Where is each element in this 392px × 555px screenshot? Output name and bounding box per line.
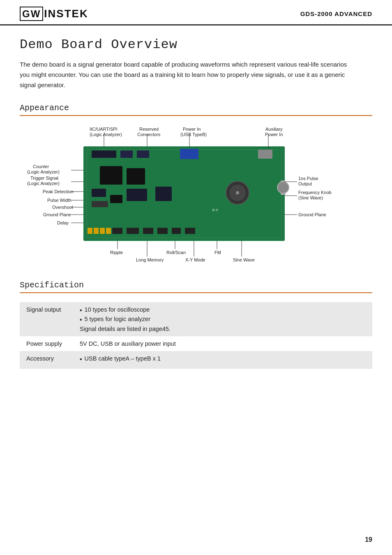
spec-label-signal-output: Signal output [20,302,73,336]
svg-rect-14 [110,195,122,203]
page-number: 19 [365,536,372,543]
svg-rect-2 [92,150,116,158]
specification-section: Specification Signal output 10 types for… [20,280,372,369]
svg-text:Power In: Power In [183,127,201,132]
svg-rect-21 [112,228,122,234]
appearance-section: Appearance [20,103,372,265]
spec-label-accessory: Accessory [20,351,73,369]
svg-text:X-Y Mode: X-Y Mode [185,257,205,262]
header-title: GDS-2000 ADVANCED [300,10,372,17]
diagram-svg: X-Y IIC/UART/SPI (Logic Analyzer) Reserv… [20,125,373,265]
logo-instek: INSTEK [44,7,88,20]
specification-table: Signal output 10 types for oscilloscope … [20,302,372,369]
svg-text:Output: Output [298,181,312,186]
spec-value-accessory: USB cable typeA – typeB x 1 [73,351,372,369]
spec-note-signal: Signal details are listed in page45. [80,326,366,332]
svg-text:Trigger Signal: Trigger Signal [30,176,58,180]
intro-paragraph: The demo board is a signal generator boa… [20,60,357,90]
svg-rect-22 [127,228,139,234]
svg-text:FM: FM [214,250,221,255]
svg-rect-23 [143,228,153,234]
svg-text:(Logic Analyzer): (Logic Analyzer) [27,181,60,186]
svg-text:Long Memory: Long Memory [136,257,164,262]
svg-text:(Logic Analyzer): (Logic Analyzer) [27,169,60,174]
logo-gw: GW [20,7,43,21]
svg-rect-15 [127,189,147,201]
svg-text:(USB TypeB): (USB TypeB) [180,132,207,137]
spec-bullet-accessory: USB cable typeA – typeB x 1 [80,355,366,363]
svg-text:X-Y: X-Y [212,208,218,212]
svg-rect-25 [172,228,181,234]
svg-text:Power In: Power In [265,132,283,137]
svg-rect-26 [185,228,195,234]
svg-rect-28 [281,180,286,195]
spec-row-power-supply: Power supply 5V DC, USB or auxiliary pow… [20,336,372,351]
svg-rect-17 [88,228,92,234]
spec-bullet-2: 5 types for logic analyzer [80,316,366,324]
svg-text:Ripple: Ripple [110,250,123,255]
svg-text:Sine Wave: Sine Wave [233,257,255,262]
svg-text:(Logic Analyzer): (Logic Analyzer) [90,132,122,137]
svg-rect-24 [157,228,168,234]
svg-rect-19 [100,228,105,234]
svg-rect-1 [87,150,281,238]
svg-point-29 [277,182,289,193]
svg-point-10 [229,185,246,201]
appearance-diagram: X-Y IIC/UART/SPI (Logic Analyzer) Reserv… [20,125,373,265]
svg-rect-3 [120,150,133,158]
svg-rect-0 [83,146,285,241]
svg-text:Connectors: Connectors [137,132,161,137]
svg-point-9 [226,181,249,204]
svg-text:Counter: Counter [33,164,49,169]
spec-value-signal-output: 10 types for oscilloscope 5 types for lo… [73,302,372,336]
svg-text:Peak Detection: Peak Detection [43,189,74,194]
svg-text:Pulse Width: Pulse Width [47,198,71,203]
svg-text:Frequency Knob: Frequency Knob [298,190,332,195]
svg-rect-6 [258,150,272,159]
svg-point-11 [236,191,239,194]
svg-rect-5 [180,149,198,159]
svg-text:(Sine Wave): (Sine Wave) [298,195,323,200]
svg-rect-4 [137,150,149,158]
svg-text:IIC/UART/SPI: IIC/UART/SPI [90,127,118,132]
svg-rect-7 [100,166,122,185]
main-content: Demo Board Overview The demo board is a … [0,25,392,398]
svg-rect-16 [155,187,172,201]
svg-text:Ground Plane: Ground Plane [43,212,71,217]
svg-text:Ground Plane: Ground Plane [298,212,326,217]
specification-heading: Specification [20,280,372,290]
svg-rect-8 [127,168,145,185]
svg-text:Reserved: Reserved [139,127,159,132]
appearance-heading: Appearance [20,103,372,113]
svg-text:Delay: Delay [57,220,69,225]
spec-row-signal-output: Signal output 10 types for oscilloscope … [20,302,372,336]
svg-text:1ns Pulse: 1ns Pulse [298,176,318,181]
svg-text:Overshoot: Overshoot [52,205,73,210]
svg-rect-20 [106,228,111,234]
page-title: Demo Board Overview [20,37,372,52]
spec-row-accessory: Accessory USB cable typeA – typeB x 1 [20,351,372,369]
spec-bullet-1: 10 types for oscilloscope [80,306,366,314]
spec-value-power-supply: 5V DC, USB or auxiliary power input [73,336,372,351]
logo: GWINSTEK [20,7,88,20]
spec-label-power-supply: Power supply [20,336,73,351]
svg-rect-18 [94,228,99,234]
svg-rect-12 [92,189,106,197]
svg-rect-13 [92,201,108,207]
svg-text:Auxiliary: Auxiliary [265,127,283,132]
specification-divider [20,292,372,293]
appearance-divider [20,115,372,116]
page-header: GWINSTEK GDS-2000 ADVANCED [0,0,392,25]
svg-text:Roll/Scan: Roll/Scan [166,250,186,255]
